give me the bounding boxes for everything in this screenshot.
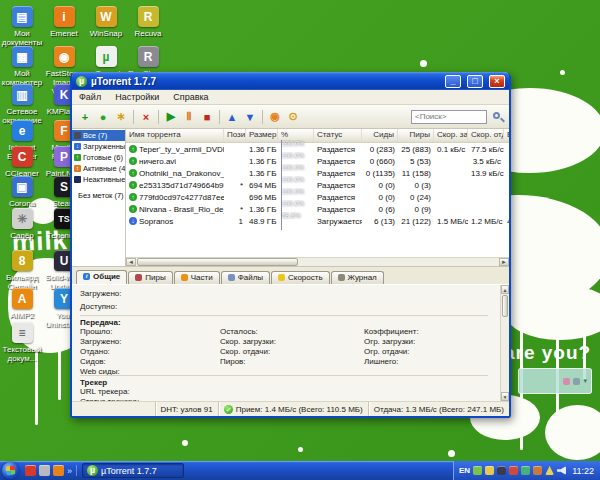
stop-button[interactable]: ■ (198, 108, 216, 126)
column-header-5[interactable]: Сиды (362, 129, 398, 142)
scroll-left-arrow[interactable]: ◄ (126, 258, 136, 266)
sidebar-item-0[interactable]: Все (7) (72, 130, 125, 141)
torrent-cell: 6 (13) (362, 217, 398, 226)
desktop-icon-emenet[interactable]: iEmenet (43, 6, 85, 38)
column-header-6[interactable]: Пиры (398, 129, 434, 142)
torrent-status: Раздается (314, 181, 362, 190)
column-header-2[interactable]: Размер (246, 129, 278, 142)
recuva-icon: R (138, 6, 159, 27)
taskbar: » µ µTorrent 1.7.7 EN 11:22 (0, 461, 600, 480)
speed-guide-button[interactable]: ⊙ (284, 108, 302, 126)
torrent-cell: 1.36 ГБ (246, 169, 278, 178)
horizontal-scrollbar[interactable]: ◄ ► (126, 257, 509, 266)
tray-icon-2[interactable] (485, 466, 494, 475)
column-header-4[interactable]: Статус (314, 129, 362, 142)
scrollbar-thumb[interactable] (137, 258, 298, 266)
scrollbar-thumb[interactable] (502, 295, 508, 317)
quick-launch-icon-3[interactable] (53, 465, 64, 476)
tracker-field-label: URL трекера: (80, 387, 130, 396)
torrent-row[interactable]: ↑e253135d71d749664b954a10395...*694 МБ10… (126, 179, 509, 191)
column-header-8[interactable]: Скор. отд... (468, 129, 504, 142)
warning-tray-icon[interactable] (545, 466, 554, 475)
column-header-1[interactable]: Позиция (224, 129, 246, 142)
tab-label: Общие (93, 272, 120, 281)
sidebar-item-2[interactable]: ↑Готовые (6) (72, 152, 125, 163)
scroll-right-arrow[interactable]: ► (499, 258, 509, 266)
quick-launch-icon-1[interactable] (25, 465, 36, 476)
minimize-button[interactable]: _ (445, 75, 461, 88)
add-url-button[interactable]: ● (94, 108, 112, 126)
download-status: ✓Прием: 1.4 МБ/с (Всего: 110.5 МБ) (218, 402, 368, 416)
sidebar-item-3[interactable]: ↕Активные (4) (72, 163, 125, 174)
start-button[interactable]: ▶ (162, 108, 180, 126)
quick-launch-expand-icon[interactable]: » (67, 466, 72, 476)
sidebar-item-1[interactable]: ↓Загруженные (1) (72, 141, 125, 152)
vertical-scrollbar[interactable]: ▲ ▼ (500, 285, 509, 401)
create-torrent-button[interactable]: ∗ (112, 108, 130, 126)
tab-2[interactable]: Части (174, 271, 220, 284)
torrent-row[interactable]: ↓Sopranos148.9 ГБ58.8%Загружается6 (13)2… (126, 215, 509, 227)
tray-icon-4[interactable] (509, 466, 518, 475)
rss-button[interactable]: ◉ (266, 108, 284, 126)
language-indicator[interactable]: EN (459, 466, 470, 475)
tab-1[interactable]: Пиры (128, 271, 172, 284)
tray-icon-6[interactable] (533, 466, 542, 475)
desktop-icon-corona[interactable]: ▣Corona (1, 176, 43, 208)
detail-tabstrip: iОбщиеПирыЧастиФайлыСкоростьЖурнал (72, 267, 509, 284)
desktop-icon-my-documents[interactable]: ▤Мои документы (1, 6, 43, 47)
tray-icon-5[interactable] (521, 466, 530, 475)
taskbar-utorrent-button[interactable]: µ µTorrent 1.7.7 (82, 463, 184, 478)
desktop-icon-recuva[interactable]: RRecuva (127, 6, 169, 38)
maximize-button[interactable]: □ (467, 75, 483, 88)
menu-item-0[interactable]: Файл (72, 91, 108, 103)
sidebar-item-label: Готовые (6) (83, 153, 123, 162)
desktop-icon-winsnap[interactable]: WWinSnap (85, 6, 127, 38)
torrent-row[interactable]: ↑Ohotniki_na_Drakonov_[tfile.ru].avi1.36… (126, 167, 509, 179)
tab-label: Пиры (145, 273, 165, 282)
torrent-status: Раздается (314, 193, 362, 202)
utorrent-tray-icon[interactable] (473, 466, 482, 475)
search-icon[interactable] (491, 110, 505, 124)
column-header-9[interactable]: Время (504, 129, 509, 142)
volume-tray-icon[interactable] (557, 466, 566, 475)
tab-4[interactable]: Скорость (271, 271, 330, 284)
start-button[interactable] (2, 462, 19, 479)
close-button[interactable]: × (489, 75, 505, 88)
desktop-icon-aimp[interactable]: AAIMP2 (1, 288, 43, 320)
tray-icon-3[interactable] (497, 466, 506, 475)
torrent-row[interactable]: ↑Nirvana - Brasil_Rio_de_Janeiro_...*1.3… (126, 203, 509, 215)
desktop-icon-my-computer[interactable]: ▦Мой компьютер (1, 46, 43, 87)
desktop-icon-ccleaner[interactable]: CCCleaner (1, 146, 43, 178)
torrent-name-cell: ↓Sopranos (126, 217, 224, 226)
tab-0[interactable]: iОбщие (76, 270, 127, 284)
tab-5[interactable]: Журнал (331, 271, 384, 284)
pause-button[interactable]: Ⅱ (180, 108, 198, 126)
menu-item-1[interactable]: Настройки (108, 91, 166, 103)
torrent-cell: 11 (158) (398, 169, 434, 178)
menu-item-2[interactable]: Справка (166, 91, 215, 103)
remove-button[interactable]: × (137, 108, 155, 126)
torrent-name: Nirvana - Brasil_Rio_de_Janeiro_... (139, 205, 224, 214)
search-input[interactable] (411, 110, 487, 124)
scroll-down-arrow[interactable]: ▼ (501, 392, 509, 401)
torrent-cell: 0 (283) (362, 145, 398, 154)
desktop-icon-saper[interactable]: ✳Сапёр (1, 208, 43, 240)
queue-up-button[interactable]: ▲ (223, 108, 241, 126)
sidebar-item-5[interactable]: Без меток (7) (72, 190, 125, 201)
system-tray: EN 11:22 (453, 461, 600, 480)
scroll-up-arrow[interactable]: ▲ (501, 285, 509, 294)
add-torrent-button[interactable]: + (76, 108, 94, 126)
torrent-row[interactable]: ↑ничего.avi1.36 ГБ100.0%Раздается0 (660)… (126, 155, 509, 167)
tab-3[interactable]: Файлы (221, 271, 270, 284)
tracker-section-title: Трекер (80, 375, 488, 387)
torrent-row[interactable]: ↑Teper'_ty_v_armii_DVDRip_[tfile.r...1.3… (126, 143, 509, 155)
queue-down-button[interactable]: ▼ (241, 108, 259, 126)
column-header-0[interactable]: Имя торрента (126, 129, 224, 142)
desktop-icon-text-document[interactable]: ≡Текстовый докум... (1, 322, 43, 363)
sidebar-item-4[interactable]: Неактивные (3) (72, 174, 125, 185)
internet-explorer-icon: e (12, 120, 33, 141)
titlebar[interactable]: µ µTorrent 1.7.7 _ □ × (72, 72, 509, 90)
column-header-7[interactable]: Скор. заг... (434, 129, 468, 142)
quick-launch-icon-2[interactable] (39, 465, 50, 476)
torrent-row[interactable]: ↑779fd0cd97c4277d87eeac49a0d...696 МБ100… (126, 191, 509, 203)
